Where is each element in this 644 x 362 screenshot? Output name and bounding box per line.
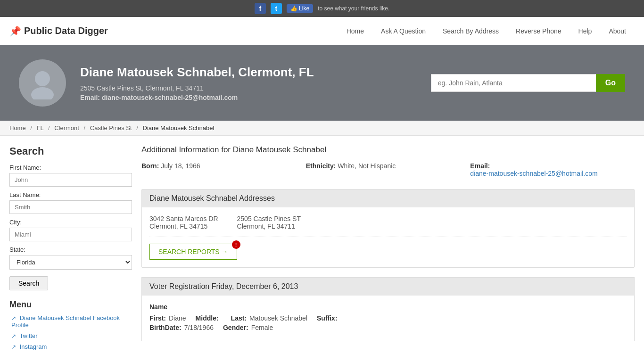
nav-links: Home Ask A Question Search By Address Re… (338, 17, 635, 45)
search-button[interactable]: Search (9, 276, 48, 290)
voter-fields-row1: First: Diane Middle: Last: Matousek Schn… (149, 314, 627, 324)
voter-gender-field: Gender: Female (223, 324, 273, 331)
breadcrumb-current: Diane Matousek Schnabel (143, 124, 215, 132)
voter-card-header: Voter Registration Friday, December 6, 2… (142, 278, 634, 296)
voter-first-value: Diane (169, 314, 186, 322)
like-text: to see what your friends like. (318, 5, 389, 12)
sidebar-facebook-link[interactable]: ↗ Diane Matousek Schnabel Facebook Profi… (9, 314, 132, 329)
last-name-input[interactable] (9, 200, 132, 214)
born-value: July 18, 1966 (161, 162, 200, 170)
hero-search: Go (431, 74, 625, 92)
search-reports-label: SEARCH REPORTS → (158, 248, 228, 255)
external-link-icon-3: ↗ (11, 344, 16, 350)
address-street-1: 3042 Santa Marcos DR (149, 215, 218, 222)
nav-search-address[interactable]: Search By Address (434, 17, 507, 45)
external-link-icon-2: ↗ (11, 333, 16, 339)
external-link-icon: ↗ (11, 315, 16, 321)
hero-search-input[interactable] (431, 74, 596, 92)
nav-help[interactable]: Help (570, 17, 601, 45)
navbar: 📌 Public Data Digger Home Ask A Question… (0, 17, 644, 45)
voter-fields-row2: BirthDate: 7/18/1966 Gender: Female (149, 324, 627, 333)
email-cell: Email: diane-matousek-schnabel-25@hotmai… (470, 162, 635, 177)
voter-gender-value: Female (251, 324, 273, 331)
breadcrumb: Home / FL / Clermont / Castle Pines St /… (0, 121, 644, 136)
address-street-2: 2505 Castle Pines ST (237, 215, 301, 222)
state-select[interactable]: Florida (9, 255, 132, 270)
voter-suffix-label: Suffix: (317, 314, 338, 322)
voter-gender-label: Gender: (223, 324, 248, 331)
voter-card: Voter Registration Friday, December 6, 2… (141, 277, 635, 341)
notification-badge: ! (232, 240, 240, 249)
voter-last-label: Last: (231, 314, 247, 322)
svg-point-1 (31, 87, 54, 99)
info-row: Born: July 18, 1966 Ethnicity: White, No… (141, 162, 635, 185)
hero-banner: Diane Matousek Schnabel, Clermont, FL 25… (0, 45, 644, 121)
sidebar: Search First Name: Last Name: City: Stat… (9, 145, 132, 354)
address-item-2: 2505 Castle Pines ST Clermont, FL 34711 (237, 215, 301, 230)
ethnicity-value: White, Not Hispanic (338, 162, 396, 170)
sidebar-twitter-link[interactable]: ↗ Twitter (9, 332, 132, 339)
avatar (19, 59, 66, 107)
voter-birthdate-field: BirthDate: 7/18/1966 (149, 324, 214, 331)
logo-link[interactable]: 📌 Public Data Digger (9, 25, 108, 37)
email-info-value[interactable]: diane-matousek-schnabel-25@hotmail.com (470, 170, 597, 177)
sidebar-menu: Menu ↗ Diane Matousek Schnabel Facebook … (9, 300, 132, 350)
fb-like-button[interactable]: 👍 Like (287, 4, 313, 13)
voter-first-field: First: Diane (149, 314, 186, 322)
sidebar-title: Search (9, 145, 132, 157)
hero-info: Diane Matousek Schnabel, Clermont, FL 25… (80, 65, 417, 101)
addresses-card: Diane Matousek Schnabel Addresses 3042 S… (141, 189, 635, 268)
city-label: City: (9, 219, 132, 226)
email-info-label: Email: (470, 162, 635, 170)
addresses-card-header: Diane Matousek Schnabel Addresses (142, 189, 634, 207)
twitter-icon: t (271, 3, 282, 14)
voter-middle-field: Middle: (196, 314, 222, 322)
content: Additional Information for Diane Matouse… (141, 145, 635, 354)
addresses-card-body: 3042 Santa Marcos DR Clermont, FL 34715 … (142, 207, 634, 267)
logo-text: Public Data Digger (24, 25, 108, 36)
breadcrumb-clermont[interactable]: Clermont (54, 124, 79, 132)
address-city-1: Clermont, FL 34715 (149, 222, 218, 230)
voter-birthdate-value: 7/18/1966 (184, 324, 214, 331)
main-layout: Search First Name: Last Name: City: Stat… (0, 136, 644, 362)
ethnicity-cell: Ethnicity: White, Not Hispanic (306, 162, 471, 177)
hero-address: 2505 Castle Pines St, Clermont, FL 34711 (80, 84, 417, 92)
svg-point-0 (35, 71, 50, 86)
voter-last-field: Last: Matousek Schnabel (231, 314, 307, 322)
social-bar: f t 👍 Like to see what your friends like… (0, 0, 644, 17)
voter-suffix-field: Suffix: (317, 314, 340, 322)
voter-card-body: Name First: Diane Middle: Last: Matousek… (142, 296, 634, 341)
facebook-icon: f (255, 3, 266, 14)
sidebar-instagram-link[interactable]: ↗ Instagram (9, 343, 132, 350)
born-label: Born: (141, 162, 159, 170)
breadcrumb-home[interactable]: Home (9, 124, 26, 132)
voter-birthdate-label: BirthDate: (149, 324, 182, 331)
address-item-1: 3042 Santa Marcos DR Clermont, FL 34715 (149, 215, 218, 230)
hero-go-button[interactable]: Go (596, 74, 625, 92)
ethnicity-label: Ethnicity: (306, 162, 336, 170)
first-name-label: First Name: (9, 164, 132, 171)
voter-name-row: Name (149, 303, 627, 311)
email-label: Email: (80, 94, 100, 101)
breadcrumb-fl[interactable]: FL (37, 124, 44, 132)
menu-title: Menu (9, 300, 132, 310)
search-reports-button[interactable]: SEARCH REPORTS → ! (149, 244, 237, 260)
last-name-label: Last Name: (9, 191, 132, 198)
nav-ask-question[interactable]: Ask A Question (372, 17, 434, 45)
nav-about[interactable]: About (600, 17, 635, 45)
pin-icon: 📌 (9, 25, 21, 37)
address-city-2: Clermont, FL 34711 (237, 222, 301, 230)
first-name-input[interactable] (9, 173, 132, 187)
voter-last-value: Matousek Schnabel (249, 314, 307, 322)
nav-home[interactable]: Home (338, 17, 372, 45)
voter-middle-label: Middle: (196, 314, 219, 322)
avatar-icon (26, 66, 59, 99)
nav-reverse-phone[interactable]: Reverse Phone (507, 17, 570, 45)
breadcrumb-street[interactable]: Castle Pines St (90, 124, 132, 132)
city-input[interactable] (9, 228, 132, 241)
hero-email-value: diane-matousek-schnabel-25@hotmail.com (102, 94, 238, 101)
addresses-grid: 3042 Santa Marcos DR Clermont, FL 34715 … (149, 215, 627, 237)
hero-name: Diane Matousek Schnabel, Clermont, FL (80, 65, 417, 80)
state-label: State: (9, 246, 132, 253)
hero-email: Email: diane-matousek-schnabel-25@hotmai… (80, 94, 417, 101)
